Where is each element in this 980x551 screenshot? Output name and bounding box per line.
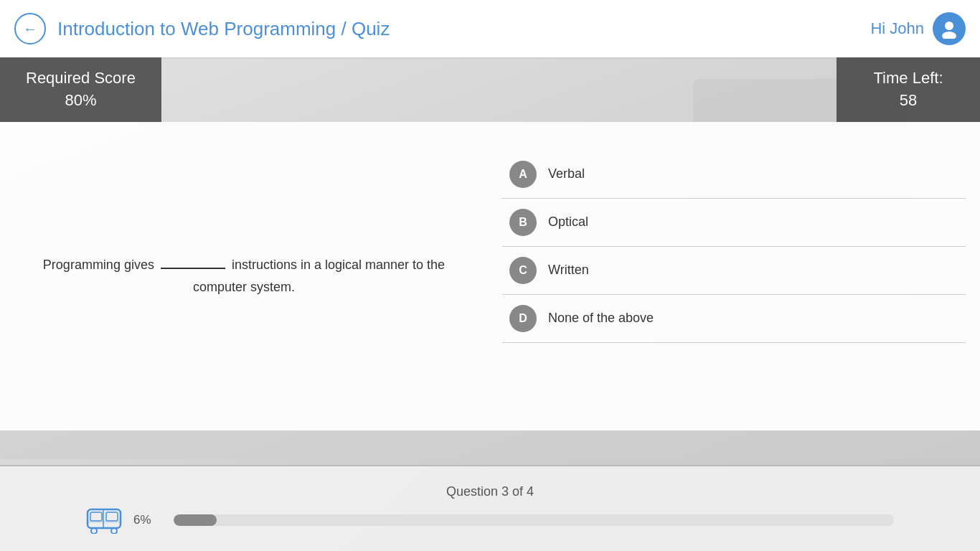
option-circle-d: D (509, 305, 537, 332)
answer-option-b[interactable]: B Optical (502, 199, 966, 247)
progress-pct: 6% (133, 513, 162, 527)
page-title: Introduction to Web Programming / Quiz (57, 18, 390, 40)
option-label-d: None of the above (548, 311, 654, 326)
header-left: ← Introduction to Web Programming / Quiz (14, 13, 390, 44)
answer-option-c[interactable]: C Written (502, 247, 966, 295)
answers-panel: A Verbal B Optical C Written D None of t… (488, 143, 980, 409)
bus-icon (86, 507, 122, 534)
svg-rect-4 (106, 512, 118, 521)
header-right: Hi John (870, 12, 966, 45)
progress-bar-fill (174, 514, 217, 526)
question-text-after: instructions in a logical manner to the … (193, 258, 445, 294)
user-avatar-icon (939, 19, 959, 39)
option-label-a: Verbal (548, 166, 585, 182)
question-panel: Programming gives instructions in a logi… (0, 143, 488, 409)
question-text-before: Programming gives (43, 258, 154, 272)
progress-row: 6% (0, 507, 980, 534)
question-text: Programming gives instructions in a logi… (29, 254, 459, 298)
option-circle-c: C (509, 257, 537, 284)
svg-rect-3 (90, 512, 102, 521)
question-counter: Question 3 of 4 (446, 484, 534, 499)
back-button[interactable]: ← (14, 13, 46, 44)
greeting-text: Hi John (870, 19, 924, 38)
main-content: Programming gives instructions in a logi… (0, 122, 980, 430)
answer-option-d[interactable]: D None of the above (502, 295, 966, 343)
header: ← Introduction to Web Programming / Quiz… (0, 0, 980, 57)
option-label-b: Optical (548, 215, 588, 230)
question-blank (161, 268, 225, 269)
svg-point-1 (942, 32, 956, 39)
svg-point-0 (945, 22, 953, 30)
svg-rect-8 (88, 520, 121, 523)
avatar[interactable] (933, 12, 966, 45)
footer: Question 3 of 4 6% (0, 465, 980, 551)
option-circle-a: A (509, 161, 537, 188)
option-label-c: Written (548, 263, 589, 278)
progress-bar (174, 514, 894, 526)
back-arrow-icon: ← (23, 21, 37, 37)
answer-option-a[interactable]: A Verbal (502, 151, 966, 199)
option-circle-b: B (509, 209, 537, 236)
